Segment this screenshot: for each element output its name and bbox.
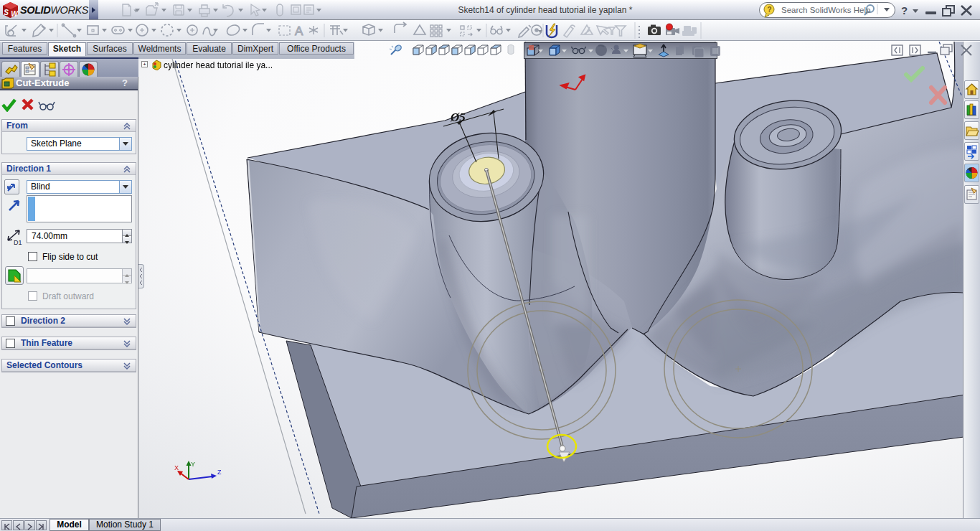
svg-text:A: A: [295, 24, 303, 38]
svg-text:Ø5: Ø5: [450, 111, 466, 124]
svg-text:?: ?: [901, 4, 908, 17]
svg-text:X: X: [174, 464, 179, 471]
svg-text:Z: Z: [217, 469, 222, 476]
svg-text:D1: D1: [14, 239, 22, 246]
svg-text:Y: Y: [191, 461, 195, 468]
svg-text:?: ?: [768, 6, 772, 14]
